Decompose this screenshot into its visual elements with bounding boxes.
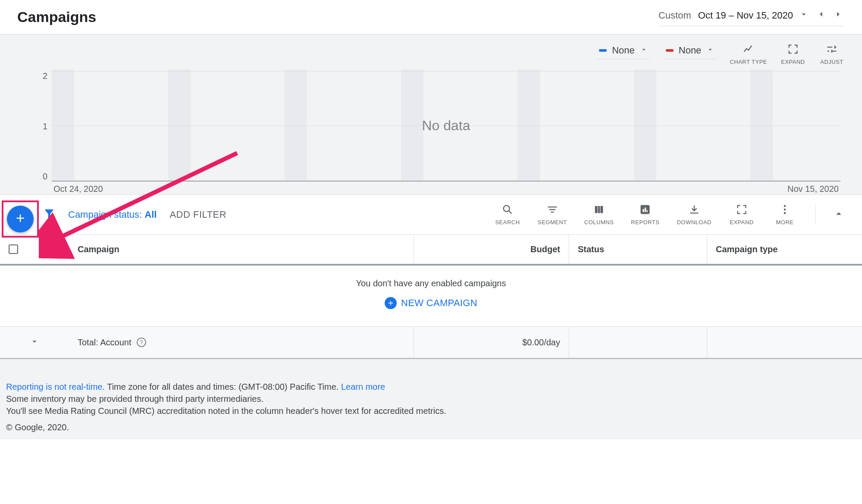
status-label: Campaign status:: [68, 209, 144, 220]
empty-state-text: You don't have any enabled campaigns: [0, 279, 862, 288]
metric-picker-a[interactable]: None: [596, 43, 650, 59]
svg-rect-3: [643, 209, 645, 212]
chart-adjust-label: ADJUST: [820, 59, 843, 65]
new-campaign-label: NEW CAMPAIGN: [401, 297, 477, 309]
chart-baseline: [52, 181, 840, 182]
table-tools: SEARCH SEGMENT COLUMNS REPORTS DOWNLOAD …: [495, 203, 845, 225]
totals-expand-cell[interactable]: [0, 327, 69, 358]
help-icon[interactable]: ?: [137, 338, 146, 347]
download-button[interactable]: DOWNLOAD: [677, 203, 712, 225]
chart-type-label: CHART TYPE: [730, 59, 767, 65]
caret-down-icon: [706, 45, 714, 56]
filter-icon[interactable]: [43, 207, 55, 222]
segment-button[interactable]: SEGMENT: [538, 203, 567, 225]
metric-b-label: None: [679, 45, 702, 56]
plus-circle-icon: [385, 297, 397, 309]
table-header-row: Campaign Budget Status Campaign type: [0, 235, 862, 266]
more-icon: [779, 203, 791, 217]
reporting-realtime-link[interactable]: Reporting is not real-time.: [6, 382, 105, 391]
search-icon: [502, 203, 514, 217]
more-label: MORE: [776, 219, 794, 225]
filter-bar: Campaign status: All ADD FILTER SEARCH S…: [0, 194, 862, 235]
new-campaign-button[interactable]: NEW CAMPAIGN: [385, 297, 477, 309]
svg-point-6: [784, 205, 786, 207]
metric-picker-b[interactable]: None: [663, 43, 717, 59]
date-range-value: Oct 19 – Nov 15, 2020: [698, 10, 793, 21]
y-tick: 1: [34, 122, 47, 131]
chart-plot: No data: [52, 69, 840, 182]
search-label: SEARCH: [495, 219, 520, 225]
chart-toolbar: None None CHART TYPE EXPAND: [0, 34, 862, 69]
svg-point-1: [504, 206, 510, 212]
date-range-picker[interactable]: Custom Oct 19 – Nov 15, 2020: [658, 8, 845, 26]
chart-adjust-button[interactable]: ADJUST: [819, 43, 845, 65]
filter-left: Campaign status: All ADD FILTER: [43, 207, 226, 222]
chart-type-button[interactable]: CHART TYPE: [730, 43, 767, 65]
caret-down-icon: [640, 45, 648, 56]
svg-point-8: [784, 212, 786, 214]
footer-line-2: Some inventory may be provided through t…: [6, 393, 856, 405]
adjust-icon: [826, 43, 838, 57]
metric-swatch-blue: [599, 49, 607, 52]
reports-icon: [639, 203, 651, 217]
fab-highlight-box: [2, 200, 39, 238]
gridline: [52, 71, 840, 72]
campaign-header[interactable]: Campaign: [69, 235, 414, 264]
budget-header[interactable]: Budget: [414, 235, 569, 264]
columns-button[interactable]: COLUMNS: [584, 203, 614, 225]
expand-icon: [736, 203, 748, 217]
download-label: DOWNLOAD: [677, 219, 712, 225]
svg-rect-4: [645, 207, 646, 212]
totals-type-cell: [707, 327, 862, 358]
more-button[interactable]: MORE: [772, 203, 798, 225]
columns-label: COLUMNS: [584, 219, 614, 225]
footer-line-3: You'll see Media Rating Council (MRC) ac…: [6, 405, 856, 417]
campaign-status-filter[interactable]: Campaign status: All: [68, 209, 157, 220]
footer-notes: Reporting is not real-time. Time zone fo…: [0, 359, 862, 439]
expand-table-label: EXPAND: [730, 219, 754, 225]
y-tick: 2: [34, 71, 47, 81]
learn-more-link[interactable]: Learn more: [341, 382, 385, 391]
add-filter-button[interactable]: ADD FILTER: [169, 209, 226, 220]
reports-label: REPORTS: [631, 219, 659, 225]
x-tick-start: Oct 24, 2020: [53, 184, 103, 194]
totals-label-cell: Total: Account ?: [69, 327, 414, 358]
totals-label: Total: Account: [78, 338, 132, 347]
date-range-prefix: Custom: [658, 10, 691, 21]
y-axis-ticks: 2 1 0: [34, 69, 47, 182]
metric-swatch-red: [666, 49, 674, 52]
empty-state: You don't have any enabled campaigns NEW…: [0, 266, 862, 327]
campaign-type-header[interactable]: Campaign type: [707, 235, 862, 264]
chevron-down-icon: [30, 337, 39, 348]
download-icon: [688, 203, 700, 217]
select-all-cell: [0, 235, 30, 264]
svg-point-7: [784, 209, 786, 211]
status-header[interactable]: Status: [569, 235, 707, 264]
chevron-right-icon[interactable]: [832, 8, 845, 23]
caret-down-icon[interactable]: [797, 8, 810, 23]
footer-line-1: Reporting is not real-time. Time zone fo…: [6, 381, 856, 393]
status-header-cell: [30, 235, 69, 264]
search-button[interactable]: SEARCH: [495, 203, 520, 225]
status-value: All: [144, 209, 157, 220]
segment-icon: [546, 203, 558, 217]
collapse-chart-button[interactable]: [833, 208, 845, 222]
select-all-checkbox[interactable]: [9, 244, 18, 254]
chevron-left-icon[interactable]: [815, 8, 828, 23]
totals-row: Total: Account ? $0.00/day: [0, 327, 862, 358]
add-campaign-fab[interactable]: [7, 206, 34, 232]
chart-expand-label: EXPAND: [781, 59, 805, 65]
reports-button[interactable]: REPORTS: [631, 203, 659, 225]
footer-line-1-rest: Time zone for all dates and times: (GMT-…: [105, 382, 341, 391]
page-header: Campaigns Custom Oct 19 – Nov 15, 2020: [0, 0, 862, 34]
tool-divider: [815, 205, 815, 225]
copyright: © Google, 2020.: [6, 421, 856, 433]
line-chart-icon: [743, 43, 755, 57]
expand-table-button[interactable]: EXPAND: [729, 203, 755, 225]
x-tick-end: Nov 15, 2020: [787, 184, 839, 194]
expand-icon: [787, 43, 799, 57]
svg-rect-5: [647, 210, 648, 212]
chart-expand-button[interactable]: EXPAND: [780, 43, 806, 65]
no-data-label: No data: [422, 118, 470, 134]
segment-label: SEGMENT: [538, 219, 567, 225]
